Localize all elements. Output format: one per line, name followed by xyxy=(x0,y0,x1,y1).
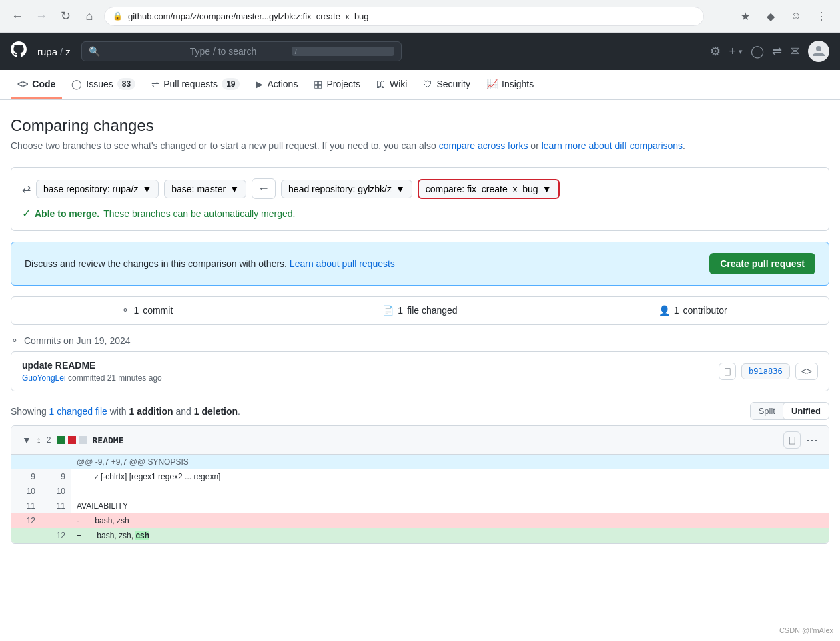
profile-button[interactable]: ☺ xyxy=(785,5,807,27)
split-view-button[interactable]: Split xyxy=(751,403,783,419)
subtitle-text: Choose two branches to see what's change… xyxy=(11,140,436,151)
commit-hash-link[interactable]: b91a836 xyxy=(741,363,790,379)
nav-projects-label: Projects xyxy=(326,79,360,89)
and-text: and xyxy=(176,406,191,417)
nav-item-actions[interactable]: ▶ Actions xyxy=(249,71,304,99)
diff-neutral-block xyxy=(79,436,87,444)
browse-files-button[interactable]: <> xyxy=(795,363,818,380)
reponame-link[interactable]: z xyxy=(65,46,71,57)
files-icon: 📄 xyxy=(382,305,394,316)
issues-icon: ◯ xyxy=(71,79,82,89)
line-num-right-10: 10 xyxy=(41,484,71,499)
learn-pull-requests-link[interactable]: Learn about pull requests xyxy=(290,258,395,269)
page-subtitle: Choose two branches to see what's change… xyxy=(11,140,829,151)
nav-item-pulls[interactable]: ⇌ Pull requests 19 xyxy=(145,70,246,99)
nav-security-label: Security xyxy=(436,79,470,89)
commits-stat: ⚬ 1 commit xyxy=(11,305,284,316)
search-icon: 🔍 xyxy=(89,46,185,57)
create-pull-request-button[interactable]: Create pull request xyxy=(709,253,815,274)
svg-point-0 xyxy=(816,46,821,51)
commit-author-link[interactable]: GuoYongLei xyxy=(22,373,66,383)
repo-nav: <> Code ◯ Issues 83 ⇌ Pull requests 19 ▶… xyxy=(0,70,840,100)
line-num-right-12-added: 12 xyxy=(41,528,71,543)
compare-branch-dropdown[interactable]: compare: fix_create_x_bug ▼ xyxy=(418,179,560,199)
back-button[interactable]: ← xyxy=(8,7,27,25)
base-branch-dropdown[interactable]: base: master ▼ xyxy=(164,180,246,198)
url-bar[interactable]: 🔒 github.com/rupa/z/compare/master...gyl… xyxy=(104,7,704,26)
commit-title: update README xyxy=(22,360,719,371)
view-toggle: Split Unified xyxy=(750,402,829,420)
forward-button[interactable]: → xyxy=(32,7,51,25)
nav-item-projects[interactable]: ▦ Projects xyxy=(307,71,367,99)
base-branch-label: base: master xyxy=(171,184,226,194)
nav-item-insights[interactable]: 📈 Insights xyxy=(480,71,540,99)
issues-button[interactable]: ◯ xyxy=(751,44,764,59)
with-text: with xyxy=(110,406,127,417)
bookmark-button[interactable]: ★ xyxy=(735,5,756,27)
file-changed-header: Showing 1 changed file with 1 addition a… xyxy=(11,402,829,420)
user-avatar[interactable] xyxy=(808,41,829,62)
files-count: 1 xyxy=(398,305,403,316)
diff-add-block xyxy=(57,436,65,444)
collapse-diff-button[interactable]: ▼ xyxy=(22,435,31,445)
base-branch-chevron: ▼ xyxy=(230,184,239,194)
reload-button[interactable]: ↻ xyxy=(56,7,75,25)
pr-button[interactable]: ⇌ xyxy=(772,44,782,59)
extensions-button[interactable]: ◆ xyxy=(760,5,781,27)
base-repo-dropdown[interactable]: base repository: rupa/z ▼ xyxy=(36,180,159,198)
username-link[interactable]: rupa xyxy=(37,46,57,57)
nav-actions-label: Actions xyxy=(267,79,298,89)
head-repo-dropdown[interactable]: head repository: gylzbk/z ▼ xyxy=(281,180,412,198)
search-shortcut: / xyxy=(292,47,394,56)
pr-prompt: Discuss and review the changes in this c… xyxy=(11,242,829,286)
additions-text: 1 addition xyxy=(129,406,173,417)
nav-item-issues[interactable]: ◯ Issues 83 xyxy=(65,70,142,99)
issues-badge: 83 xyxy=(117,78,135,90)
commits-count: 1 xyxy=(133,305,139,316)
compare-arrows-icon: ⇄ xyxy=(22,182,31,195)
unified-view-button[interactable]: Unified xyxy=(783,402,829,420)
projects-icon: ▦ xyxy=(314,79,322,89)
diff-stats xyxy=(57,435,87,445)
stats-bar: ⚬ 1 commit 📄 1 file changed 👤 1 contribu… xyxy=(11,296,829,325)
diff-normal-row-9: 9 9 z [-chlrtx] [regex1 regex2 ... regex… xyxy=(11,469,829,484)
nav-item-security[interactable]: 🛡 Security xyxy=(416,71,477,99)
search-placeholder-text: Type / to search xyxy=(190,46,286,57)
merge-status: ✓ Able to merge. These branches can be a… xyxy=(22,207,818,220)
home-button[interactable]: ⌂ xyxy=(80,7,99,25)
files-stat: 📄 1 file changed xyxy=(284,305,556,316)
contributors-count: 1 xyxy=(674,305,679,316)
line-num-right-12-removed xyxy=(41,513,71,528)
github-logo[interactable] xyxy=(11,41,27,61)
base-repo-label: base repository: rupa/z xyxy=(43,184,138,194)
or-text: or xyxy=(530,140,538,151)
nav-pulls-label: Pull requests xyxy=(163,79,218,89)
inbox-button[interactable]: ✉ xyxy=(790,44,800,59)
url-text: github.com/rupa/z/compare/master...gylzb… xyxy=(128,11,695,21)
commits-section: ⚬ Commits on Jun 19, 2024 update README … xyxy=(11,335,829,391)
github-search-bar[interactable]: 🔍 Type / to search / xyxy=(81,41,402,61)
cast-button[interactable]: □ xyxy=(709,5,731,27)
new-button[interactable]: + ▾ xyxy=(729,45,743,59)
learn-more-link[interactable]: learn more about diff comparisons xyxy=(542,140,683,151)
merge-status-detail: These branches can be automatically merg… xyxy=(103,208,295,219)
diff-move-icon: ↕ xyxy=(37,435,41,445)
menu-button[interactable]: ⋮ xyxy=(811,5,832,27)
commits-label: commit xyxy=(143,305,173,316)
hunk-code: @@ -9,7 +9,7 @@ SYNOPSIS xyxy=(71,455,829,469)
pulls-badge: 19 xyxy=(222,78,240,90)
compare-controls: ⇄ base repository: rupa/z ▼ base: master… xyxy=(11,167,829,231)
diff-more-options-button[interactable]: ⋯ xyxy=(806,431,818,449)
nav-item-code[interactable]: <> Code xyxy=(11,71,62,99)
diff-normal-row-11: 11 11 AVAILABILITY xyxy=(11,499,829,513)
terminal-button[interactable]: ⚙ xyxy=(710,44,721,59)
commits-icon: ⚬ xyxy=(121,305,129,316)
left-arrow-icon: ← xyxy=(252,178,276,199)
changed-file-count-link[interactable]: 1 changed file xyxy=(49,406,110,417)
copy-filename-button[interactable]: ⎕ xyxy=(783,431,801,449)
compare-forks-link[interactable]: compare across forks xyxy=(439,140,528,151)
nav-item-wiki[interactable]: 🕮 Wiki xyxy=(370,71,414,99)
nav-issues-label: Issues xyxy=(86,79,113,89)
contributors-label: contributor xyxy=(683,305,727,316)
copy-hash-button[interactable]: ⎕ xyxy=(719,363,736,380)
